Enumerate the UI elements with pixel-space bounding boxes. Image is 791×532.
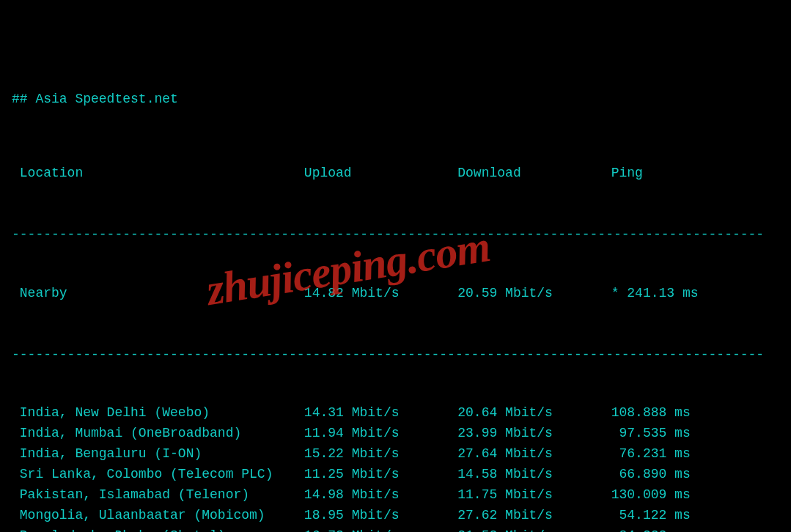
separator-line: ----------------------------------------… xyxy=(12,225,779,243)
nearby-location: Nearby xyxy=(12,284,304,304)
cell-ping: 54.122 ms xyxy=(611,506,779,526)
cell-upload: 14.98 Mbit/s xyxy=(304,485,457,506)
table-row: Sri Lanka, Colombo (Telecom PLC)11.25 Mb… xyxy=(12,465,779,485)
cell-download: 11.75 Mbit/s xyxy=(457,485,611,506)
cell-location: Bangladesh, Dhaka (Skytel) xyxy=(12,526,304,532)
nearby-ping: * 241.13 ms xyxy=(611,284,779,304)
cell-ping: 76.231 ms xyxy=(611,444,779,465)
table-row: India, New Delhi (Weebo)14.31 Mbit/s20.6… xyxy=(12,403,779,424)
cell-download: 14.58 Mbit/s xyxy=(457,465,611,485)
header-download: Download xyxy=(457,163,611,184)
cell-upload: 11.94 Mbit/s xyxy=(304,424,457,444)
header-upload: Upload xyxy=(304,163,457,184)
cell-download: 21.52 Mbit/s xyxy=(457,526,611,532)
table-row: Bangladesh, Dhaka (Skytel)16.73 Mbit/s21… xyxy=(12,526,779,532)
nearby-download: 20.59 Mbit/s xyxy=(457,284,611,304)
cell-upload: 14.31 Mbit/s xyxy=(304,403,457,424)
cell-download: 23.99 Mbit/s xyxy=(457,424,611,444)
cell-download: 27.62 Mbit/s xyxy=(457,506,611,526)
table-row: India, Bengaluru (I-ON)15.22 Mbit/s27.64… xyxy=(12,444,779,465)
separator-line: ----------------------------------------… xyxy=(12,345,779,363)
section-title: ## Asia Speedtest.net xyxy=(12,89,779,110)
cell-upload: 15.22 Mbit/s xyxy=(304,444,457,465)
cell-ping: 84.222 ms xyxy=(611,526,779,532)
cell-location: India, New Delhi (Weebo) xyxy=(12,403,304,424)
table-header-row: Location Upload Download Ping xyxy=(12,163,779,184)
header-location: Location xyxy=(12,163,304,184)
nearby-row: Nearby 14.82 Mbit/s 20.59 Mbit/s * 241.1… xyxy=(12,284,779,304)
header-ping: Ping xyxy=(611,163,779,184)
table-row: India, Mumbai (OneBroadband)11.94 Mbit/s… xyxy=(12,424,779,444)
table-row: Mongolia, Ulaanbaatar (Mobicom)18.95 Mbi… xyxy=(12,506,779,526)
cell-upload: 16.73 Mbit/s xyxy=(304,526,457,532)
nearby-upload: 14.82 Mbit/s xyxy=(304,284,457,304)
results-body: India, New Delhi (Weebo)14.31 Mbit/s20.6… xyxy=(12,403,779,532)
cell-download: 20.64 Mbit/s xyxy=(457,403,611,424)
cell-location: India, Bengaluru (I-ON) xyxy=(12,444,304,465)
cell-download: 27.64 Mbit/s xyxy=(457,444,611,465)
table-row: Pakistan, Islamabad (Telenor)14.98 Mbit/… xyxy=(12,485,779,506)
cell-location: Sri Lanka, Colombo (Telecom PLC) xyxy=(12,465,304,485)
cell-ping: 97.535 ms xyxy=(611,424,779,444)
cell-location: Pakistan, Islamabad (Telenor) xyxy=(12,485,304,506)
cell-ping: 108.888 ms xyxy=(611,403,779,424)
cell-ping: 66.890 ms xyxy=(611,465,779,485)
cell-upload: 18.95 Mbit/s xyxy=(304,506,457,526)
cell-ping: 130.009 ms xyxy=(611,485,779,506)
cell-location: Mongolia, Ulaanbaatar (Mobicom) xyxy=(12,506,304,526)
cell-location: India, Mumbai (OneBroadband) xyxy=(12,424,304,444)
cell-upload: 11.25 Mbit/s xyxy=(304,465,457,485)
